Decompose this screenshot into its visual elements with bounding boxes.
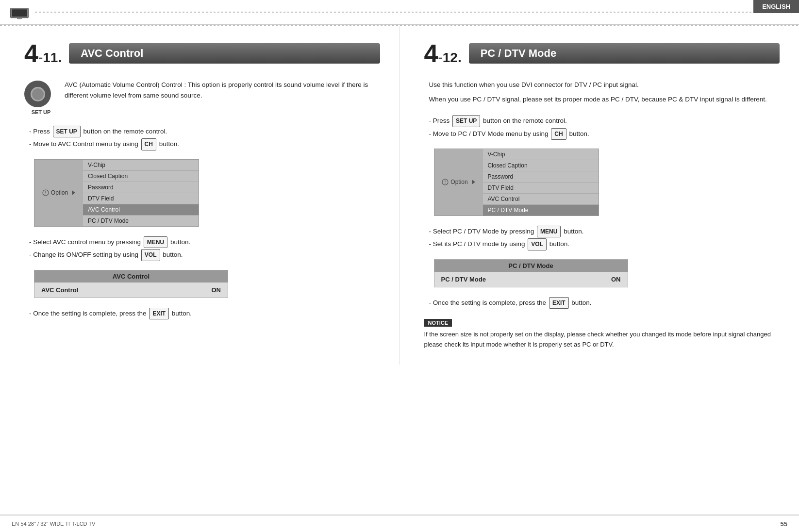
menu-item-pc-dtv-l: PC / DTV Mode xyxy=(83,216,199,226)
setup-up-key: SET UP xyxy=(53,126,81,137)
option-text: Option xyxy=(51,189,68,196)
left-section-number: 4 - 11. xyxy=(24,41,62,66)
left-instructions-2: - Select AVC control menu by pressing ME… xyxy=(24,236,380,261)
right-control-label: PC / DTV Mode xyxy=(441,276,486,283)
setup-icon-container: SET UP xyxy=(24,80,58,115)
menu-item-closed-caption-r: Closed Caption xyxy=(483,160,599,171)
option-text-r: Option xyxy=(450,179,467,185)
vol-key-r: VOL xyxy=(528,238,547,250)
menu-item-avc-control-l: AVC Control xyxy=(83,204,199,216)
svg-rect-1 xyxy=(12,9,27,17)
left-section-header: 4 - 11. AVC Control xyxy=(24,41,380,66)
setup-icon-box xyxy=(24,81,51,107)
menu-item-vchip-l: V-Chip xyxy=(83,160,199,171)
left-instructions-1: - Press SET UP button on the remote cont… xyxy=(24,126,380,150)
left-menu-inner: Option V-Chip Closed Caption Password DT… xyxy=(34,160,199,226)
right-section-header: 4 - 12. PC / DTV Mode xyxy=(424,41,780,66)
notice-box: NOTICE If the screen size is not properl… xyxy=(424,318,780,350)
menu-item-pc-dtv-r: PC / DTV Mode xyxy=(483,205,599,216)
left-instr-1-2: - Move to AVC Control menu by using CH b… xyxy=(29,138,380,150)
right-num-big: 4 xyxy=(424,41,438,66)
exit-key-r: EXIT xyxy=(549,297,569,309)
menu-item-closed-caption-l: Closed Caption xyxy=(83,171,199,182)
left-column: 4 - 11. AVC Control SET UP AVC (Automati… xyxy=(0,26,400,365)
right-num-small: 12. xyxy=(443,50,462,66)
notice-text: If the screen size is not properly set o… xyxy=(424,330,780,350)
left-instr-3-1: - Once the setting is complete, press th… xyxy=(29,308,380,319)
right-instr-1-2: - Move to PC / DTV Mode menu by using CH… xyxy=(429,128,780,140)
left-instructions-3: - Once the setting is complete, press th… xyxy=(24,308,380,319)
option-icon-r xyxy=(442,179,449,185)
svg-point-5 xyxy=(45,194,46,195)
right-control-box-row: PC / DTV Mode ON xyxy=(434,272,628,287)
left-num-small: 11. xyxy=(43,50,62,66)
menu-item-dtv-field-l: DTV Field xyxy=(83,193,199,204)
top-bar: ENGLISH xyxy=(0,0,799,25)
right-menu-right-panel: V-Chip Closed Caption Password DTV Field… xyxy=(483,149,599,216)
right-control-box-header: PC / DTV Mode xyxy=(434,260,628,272)
ch-key-1: CH xyxy=(141,138,156,150)
right-section-number: 4 - 12. xyxy=(424,41,462,66)
right-menu-screenshot: Option V-Chip Closed Caption Password DT… xyxy=(434,149,599,216)
option-arrow xyxy=(72,190,75,195)
svg-rect-2 xyxy=(17,18,22,19)
left-instr-2-1: - Select AVC control menu by pressing ME… xyxy=(29,236,380,248)
svg-point-8 xyxy=(445,183,446,184)
left-control-box: AVC Control AVC Control ON xyxy=(34,270,228,298)
right-option-label: Option xyxy=(442,179,475,185)
left-num-big: 4 xyxy=(24,41,38,66)
left-control-value: ON xyxy=(212,286,221,294)
left-instr-2-2: - Change its ON/OFF setting by using VOL… xyxy=(29,249,380,261)
right-instr-3-1: - Once the setting is complete, press th… xyxy=(429,297,780,309)
menu-item-vchip-r: V-Chip xyxy=(483,149,599,160)
right-desc-2: When you use PC / DTV signal, please set… xyxy=(424,94,780,105)
menu-item-dtv-field-r: DTV Field xyxy=(483,183,599,194)
main-content: 4 - 11. AVC Control SET UP AVC (Automati… xyxy=(0,26,799,365)
ch-key-r: CH xyxy=(551,128,566,140)
exit-key-1: EXIT xyxy=(149,308,169,319)
bottom-bar: EN 54 28'' / 32'' WIDE TFT-LCD TV 55 xyxy=(0,515,799,532)
left-setup-area: SET UP AVC (Automatic Volume Control) Co… xyxy=(24,80,380,115)
right-control-value: ON xyxy=(611,276,621,283)
menu-key-1: MENU xyxy=(144,236,167,248)
right-instructions-1: - Press SET UP button on the remote cont… xyxy=(424,115,780,140)
right-control-box: PC / DTV Mode PC / DTV Mode ON xyxy=(434,259,628,287)
right-instructions-2: - Select PC / DTV Mode by pressing MENU … xyxy=(424,226,780,250)
right-instr-1-1: - Press SET UP button on the remote cont… xyxy=(429,115,780,127)
menu-key-r: MENU xyxy=(537,226,561,237)
tv-icon xyxy=(10,5,29,19)
bottom-left-text: EN 54 28'' / 32'' WIDE TFT-LCD TV xyxy=(12,521,95,527)
left-control-box-header: AVC Control xyxy=(34,270,228,283)
right-column: 4 - 12. PC / DTV Mode Use this function … xyxy=(400,26,799,365)
menu-item-password-l: Password xyxy=(83,182,199,193)
left-num-dash: - xyxy=(38,50,43,66)
bottom-right-text: 55 xyxy=(781,520,787,528)
right-instr-2-2: - Set its PC / DTV mode by using VOL but… xyxy=(429,238,780,250)
left-control-box-row: AVC Control ON xyxy=(34,283,228,298)
setup-icon-inner xyxy=(31,87,45,101)
vol-key-1: VOL xyxy=(141,249,160,261)
right-menu-inner: Option V-Chip Closed Caption Password DT… xyxy=(434,149,599,216)
left-menu-left-panel: Option xyxy=(34,160,83,226)
option-icon xyxy=(42,189,49,196)
left-section-title: AVC Control xyxy=(69,43,380,64)
option-arrow-r xyxy=(472,180,475,184)
left-option-label: Option xyxy=(42,189,75,196)
right-instructions-3: - Once the setting is complete, press th… xyxy=(424,297,780,309)
left-instr-1-1: - Press SET UP button on the remote cont… xyxy=(29,126,380,137)
right-num-dash: - xyxy=(438,50,442,66)
english-badge: ENGLISH xyxy=(753,0,799,13)
setup-label: SET UP xyxy=(32,109,51,115)
menu-item-avc-control-r: AVC Control xyxy=(483,194,599,205)
notice-label: NOTICE xyxy=(424,319,452,327)
bottom-dots xyxy=(95,524,780,524)
setup-up-key-r: SET UP xyxy=(452,115,480,127)
menu-item-password-r: Password xyxy=(483,171,599,183)
left-menu-screenshot: Option V-Chip Closed Caption Password DT… xyxy=(34,159,199,227)
right-instr-2-1: - Select PC / DTV Mode by pressing MENU … xyxy=(429,226,780,237)
right-desc-1: Use this function when you use DVI conne… xyxy=(424,80,780,90)
right-menu-left-panel: Option xyxy=(434,149,483,216)
left-menu-right-panel: V-Chip Closed Caption Password DTV Field… xyxy=(83,160,199,226)
top-dots xyxy=(35,12,789,13)
left-control-label: AVC Control xyxy=(41,286,78,294)
